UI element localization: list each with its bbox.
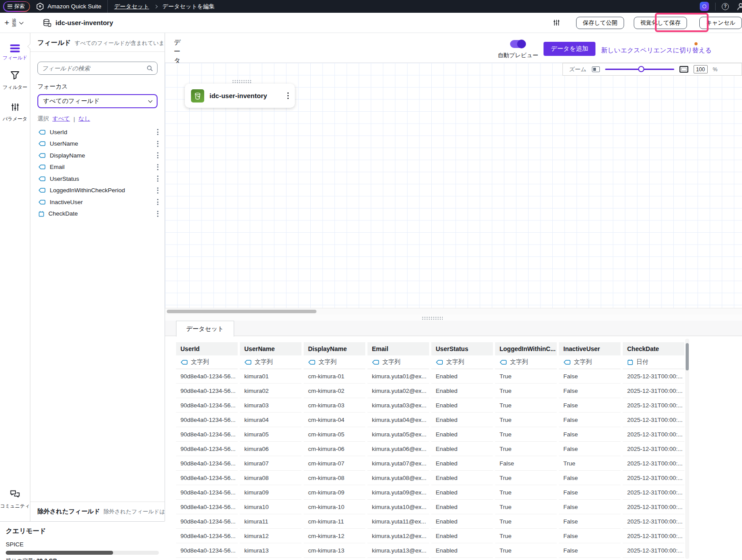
- reset-view-icon[interactable]: [680, 66, 688, 73]
- brand[interactable]: Amazon Quick Suite: [36, 3, 101, 11]
- preview-vertical-scrollbar[interactable]: [685, 339, 689, 559]
- string-type-icon: [563, 360, 571, 365]
- tab-dataset[interactable]: データセット: [176, 321, 234, 337]
- table-cell: True: [495, 427, 557, 442]
- field-menu-button[interactable]: [157, 141, 158, 147]
- select-none-link[interactable]: なし: [78, 115, 90, 123]
- field-list: UserId UserName DisplayName E: [30, 126, 165, 220]
- table-cell: Enabled: [431, 427, 493, 442]
- column-header[interactable]: DisplayName: [304, 342, 365, 355]
- column-header[interactable]: UserName: [240, 342, 301, 355]
- canvas-hscroll-thumb[interactable]: [167, 310, 316, 313]
- preview-vscroll-thumb[interactable]: [686, 343, 689, 370]
- table-cell: kimura06: [240, 442, 301, 456]
- field-menu-button[interactable]: [157, 176, 158, 182]
- column-header[interactable]: CheckDate: [623, 342, 684, 355]
- table-cell: cm-kimura-12: [304, 529, 365, 543]
- focus-select[interactable]: すべてのフィールド: [37, 94, 158, 108]
- table-cell: 90d8e4a0-1234-56...: [176, 485, 238, 500]
- zoom-value-input[interactable]: 100: [694, 65, 708, 73]
- column-type-label: 文字列: [446, 358, 464, 366]
- field-list-item[interactable]: DisplayName: [30, 150, 165, 161]
- add-data-button[interactable]: データを追加: [544, 42, 595, 56]
- field-menu-button[interactable]: [157, 152, 158, 158]
- select-separator: |: [73, 116, 75, 122]
- node-drag-handle[interactable]: [232, 80, 252, 84]
- select-all-link[interactable]: すべて: [52, 115, 70, 123]
- panel-resize-divider[interactable]: [165, 315, 742, 321]
- column-header[interactable]: LoggedInWithinC...: [495, 342, 557, 355]
- add-menu-button[interactable]: + 追加: [4, 18, 23, 27]
- table-cell: False: [559, 543, 621, 558]
- breadcrumb-datasets-link[interactable]: データセット: [114, 3, 149, 11]
- table-cell: False: [559, 471, 621, 485]
- dataset-node[interactable]: idc-user-inventory: [185, 84, 295, 108]
- column-type-label: 文字列: [574, 358, 592, 366]
- save-and-publish-button[interactable]: 保存して公開: [576, 17, 624, 29]
- spice-capacity-fill: [6, 551, 113, 555]
- column-header[interactable]: InactiveUser: [559, 342, 621, 355]
- field-list-item[interactable]: InactiveUser: [30, 196, 165, 208]
- dataset-icon: [42, 18, 51, 27]
- dataset-name: idc-user-inventory: [55, 19, 113, 26]
- explore-button[interactable]: 探索: [3, 1, 30, 12]
- table-cell: kimura03: [240, 398, 301, 413]
- table-cell: Enabled: [431, 398, 493, 413]
- column-header[interactable]: Email: [367, 342, 429, 355]
- s3-bucket-icon: [191, 89, 204, 102]
- rail-item-fields[interactable]: フィールド: [0, 40, 30, 61]
- canvas-horizontal-scrollbar[interactable]: [165, 308, 742, 315]
- string-type-icon: [38, 130, 46, 135]
- field-list-item[interactable]: UserName: [30, 138, 165, 150]
- excluded-fields-subtitle: 除外されたフィールドは: [103, 508, 165, 516]
- field-menu-button[interactable]: [157, 129, 158, 135]
- table-cell: cm-kimura-11: [304, 514, 365, 529]
- field-list-item[interactable]: Email: [30, 161, 165, 173]
- column-header[interactable]: UserId: [176, 342, 238, 355]
- string-type-icon: [38, 141, 46, 146]
- table-cell: kimura05: [240, 427, 301, 442]
- field-list-item[interactable]: CheckDate: [30, 208, 165, 220]
- field-list-item[interactable]: UserStatus: [30, 173, 165, 185]
- zoom-slider-knob[interactable]: [638, 66, 644, 72]
- field-menu-button[interactable]: [157, 211, 158, 217]
- help-icon[interactable]: ?: [722, 3, 729, 10]
- rail-label-fields: フィールド: [0, 55, 30, 61]
- field-menu-button[interactable]: [157, 164, 158, 170]
- table-cell: kimura.yuta07@ex...: [367, 456, 429, 471]
- field-list-item[interactable]: LoggedInWithinCheckPeriod: [30, 185, 165, 197]
- field-search-box[interactable]: [37, 62, 158, 75]
- cancel-button[interactable]: キャンセル: [699, 17, 742, 29]
- user-profile-icon[interactable]: [737, 3, 742, 11]
- zoom-slider[interactable]: [605, 69, 674, 70]
- field-search-input[interactable]: [42, 65, 147, 72]
- switch-experience-link[interactable]: 新しいエクスペリエンスに切り替える: [601, 46, 712, 55]
- settings-sliders-icon[interactable]: [553, 19, 560, 26]
- column-header[interactable]: UserStatus: [431, 342, 493, 355]
- table-cell: True: [495, 485, 557, 500]
- join-canvas[interactable]: ズーム 100 % idc-user-inventory: [165, 63, 742, 308]
- table-cell: kimura.yuta09@ex...: [367, 485, 429, 500]
- quick-suite-app-icon[interactable]: [700, 2, 709, 11]
- field-menu-button[interactable]: [157, 187, 158, 194]
- table-cell: kimura.yuta08@ex...: [367, 471, 429, 485]
- divider-drag-handle[interactable]: [422, 316, 443, 320]
- table-cell: cm-kimura-08: [304, 471, 365, 485]
- column-type-cell: 文字列: [495, 355, 557, 369]
- table-cell: Enabled: [431, 543, 493, 558]
- field-list-item[interactable]: UserId: [30, 126, 165, 138]
- save-and-visualize-button[interactable]: 視覚化して保存: [634, 17, 687, 29]
- node-menu-button[interactable]: [287, 92, 289, 99]
- table-cell: 90d8e4a0-1234-56...: [176, 442, 238, 456]
- rail-item-parameters[interactable]: パラメータ: [0, 102, 30, 122]
- field-menu-button[interactable]: [157, 199, 158, 205]
- table-cell: 2025-12-31T00:00:...: [623, 485, 684, 500]
- table-cell: Enabled: [431, 384, 493, 398]
- rail-item-community[interactable]: コミュニティ: [0, 490, 30, 509]
- table-cell: True: [495, 369, 557, 384]
- fit-view-icon[interactable]: [592, 66, 600, 72]
- table-cell: Enabled: [431, 529, 493, 543]
- table-cell: kimura11: [240, 514, 301, 529]
- rail-item-filters[interactable]: フィルター: [0, 70, 30, 91]
- auto-preview-toggle[interactable]: [510, 40, 526, 48]
